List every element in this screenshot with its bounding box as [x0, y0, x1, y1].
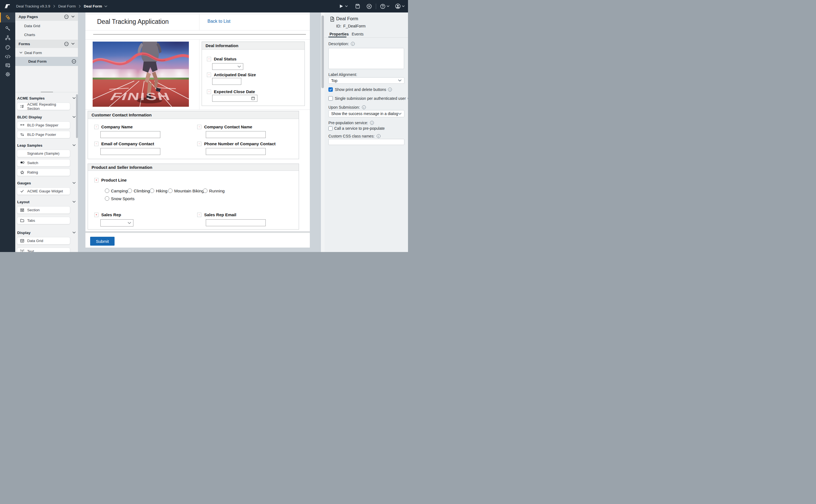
- radio-snow-sports[interactable]: [105, 196, 109, 201]
- palette-group-leap-samples[interactable]: Leap Samples: [15, 143, 78, 148]
- rail-theme-tab[interactable]: [0, 43, 15, 52]
- info-icon[interactable]: i: [370, 121, 374, 125]
- rail-permissions-tab[interactable]: [0, 24, 15, 33]
- info-icon[interactable]: i: [408, 96, 408, 100]
- palette-group-display[interactable]: Display: [15, 230, 78, 235]
- radio-mountain-biking[interactable]: [168, 189, 172, 193]
- field-checkbox-contact-name[interactable]: *: [197, 125, 201, 129]
- rail-design-tab[interactable]: [0, 12, 15, 22]
- field-checkbox-deal-size[interactable]: *: [207, 73, 211, 77]
- sidebar-item-charts[interactable]: Charts: [15, 31, 78, 39]
- server-check-icon: [5, 63, 11, 68]
- chevron-down-icon[interactable]: [72, 201, 76, 203]
- description-textarea[interactable]: [328, 48, 404, 69]
- canvas-scrollbar-track[interactable]: [321, 12, 324, 252]
- sidebar-section-forms[interactable]: Forms: [15, 40, 78, 48]
- single-submission-checkbox[interactable]: [328, 96, 333, 101]
- palette-item-tabs[interactable]: Tabs: [17, 217, 70, 224]
- breadcrumb-form[interactable]: Deal Form: [58, 4, 76, 8]
- chevron-down-icon[interactable]: [72, 144, 76, 146]
- navigator-sidebar: App Pages Data Grid Charts Forms Deal Fo…: [15, 12, 78, 252]
- app-logo-icon[interactable]: [4, 3, 11, 10]
- preview-play-button[interactable]: [339, 4, 348, 9]
- close-date-input[interactable]: [212, 95, 257, 102]
- breadcrumb-app[interactable]: Deal Tracking v9.3.9: [16, 4, 50, 8]
- breadcrumb-current[interactable]: Deal Form: [84, 4, 102, 8]
- field-checkbox-company-name[interactable]: *: [94, 125, 98, 129]
- field-checkbox-sales-rep-email[interactable]: *: [197, 213, 201, 217]
- radio-running[interactable]: [203, 189, 207, 193]
- breadcrumb-caret-icon[interactable]: [104, 5, 107, 7]
- rail-workflow-tab[interactable]: [0, 33, 15, 42]
- tab-events[interactable]: Events: [352, 32, 363, 36]
- rail-data-tab[interactable]: [0, 61, 15, 70]
- canvas-scrollbar-thumb[interactable]: [321, 16, 324, 88]
- palette-item-acme-gauge-widget[interactable]: ACME Gauge Widget: [17, 187, 70, 195]
- more-options-icon[interactable]: [64, 14, 69, 19]
- rail-code-tab[interactable]: [0, 52, 15, 61]
- field-checkbox-deal-status[interactable]: *: [207, 57, 211, 61]
- submit-button[interactable]: Submit: [90, 237, 115, 246]
- prepopulate-checkbox[interactable]: [328, 126, 332, 131]
- sidebar-scrollbar[interactable]: [76, 94, 78, 138]
- field-checkbox-product-line[interactable]: *: [94, 178, 98, 182]
- upon-submission-select[interactable]: Show the success message in a dialog and…: [328, 110, 404, 117]
- close-button[interactable]: [366, 4, 372, 9]
- more-options-icon[interactable]: [64, 42, 69, 46]
- chevron-down-icon[interactable]: [72, 97, 76, 99]
- palette-group-bldc-display[interactable]: BLDC Display: [15, 114, 78, 119]
- rail-settings-tab[interactable]: [0, 70, 15, 79]
- palette-item-signature[interactable]: Signature (Sample): [17, 150, 70, 157]
- info-icon[interactable]: i: [377, 134, 380, 138]
- sidebar-item-data-grid[interactable]: Data Grid: [15, 22, 78, 30]
- radio-hiking[interactable]: [150, 189, 154, 193]
- palette-group-acme-samples[interactable]: ACME Samples: [15, 96, 78, 101]
- info-icon[interactable]: i: [351, 42, 355, 46]
- label-alignment-select[interactable]: Top: [328, 77, 404, 84]
- palette-group-gauges[interactable]: Gauges: [15, 180, 78, 185]
- custom-css-input[interactable]: [328, 139, 404, 145]
- sidebar-item-deal-form-selected[interactable]: Deal Form: [15, 57, 78, 66]
- palette-item-bld-page-stepper[interactable]: BLD Page Stepper: [17, 121, 70, 129]
- palette-item-switch[interactable]: Switch: [17, 159, 70, 167]
- chevron-down-icon[interactable]: [71, 43, 75, 45]
- tab-properties[interactable]: Properties: [329, 32, 349, 36]
- radio-climbing[interactable]: [128, 189, 132, 193]
- chevron-down-icon[interactable]: [19, 52, 22, 54]
- palette-item-rating[interactable]: Rating: [17, 169, 70, 176]
- show-print-checkbox[interactable]: [328, 87, 333, 92]
- sales-rep-email-input[interactable]: [206, 219, 266, 226]
- field-checkbox-contact-phone[interactable]: *: [197, 142, 201, 146]
- sidebar-item-deal-form-parent[interactable]: Deal Form: [15, 49, 78, 57]
- deal-status-select[interactable]: [212, 63, 243, 70]
- chevron-down-icon[interactable]: [72, 182, 76, 184]
- chevron-down-icon[interactable]: [72, 231, 76, 234]
- company-name-input[interactable]: [100, 131, 160, 138]
- palette-group-layout[interactable]: Layout: [15, 199, 78, 204]
- palette-item-acme-repeating-section[interactable]: ACME Repeating Section: [17, 103, 70, 110]
- deal-size-input[interactable]: [212, 78, 241, 85]
- account-button[interactable]: [395, 3, 405, 9]
- contact-name-input[interactable]: [206, 131, 266, 138]
- help-button[interactable]: [380, 4, 389, 9]
- back-to-list-link[interactable]: Back to List: [207, 19, 230, 24]
- more-options-icon[interactable]: [72, 59, 76, 64]
- sidebar-section-app-pages[interactable]: App Pages: [15, 12, 78, 21]
- calendar-icon[interactable]: [251, 96, 255, 100]
- palette-item-data-grid[interactable]: Data Grid: [17, 237, 70, 245]
- chevron-down-icon[interactable]: [72, 116, 76, 118]
- info-icon[interactable]: i: [362, 105, 366, 109]
- palette-item-section[interactable]: Section: [17, 206, 70, 214]
- palette-item-text[interactable]: Text: [17, 248, 70, 252]
- contact-email-input[interactable]: [100, 148, 160, 155]
- radio-camping[interactable]: [105, 189, 109, 193]
- field-checkbox-contact-email[interactable]: *: [94, 142, 98, 146]
- chevron-down-icon[interactable]: [71, 16, 75, 18]
- palette-item-bld-page-footer[interactable]: BLD Page Footer: [17, 131, 70, 138]
- field-checkbox-close-date[interactable]: *: [207, 90, 211, 94]
- contact-phone-input[interactable]: [206, 148, 266, 155]
- sales-rep-select[interactable]: [100, 219, 133, 226]
- info-icon[interactable]: i: [388, 88, 392, 91]
- field-checkbox-sales-rep[interactable]: *: [94, 213, 98, 217]
- save-button[interactable]: [355, 4, 360, 9]
